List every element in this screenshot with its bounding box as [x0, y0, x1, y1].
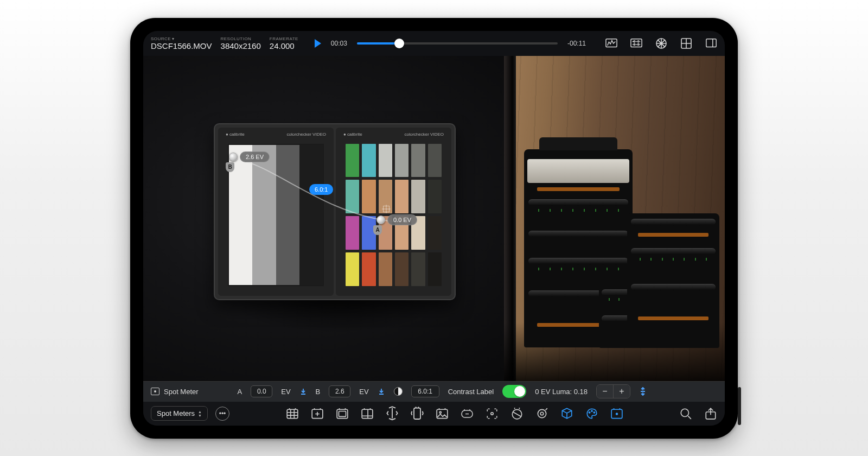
- spot-meter-icon: [151, 388, 159, 395]
- spot-b-value[interactable]: 2.6: [329, 385, 350, 397]
- rotate-icon[interactable]: [411, 408, 424, 420]
- cc-prod-suf-r: VIDEO: [429, 132, 444, 137]
- marker-b-ev-badge: 2.6 EV: [240, 151, 270, 162]
- luma-increment-button[interactable]: +: [614, 385, 630, 398]
- lut-cube-icon[interactable]: [560, 408, 573, 420]
- svg-rect-0: [606, 39, 617, 47]
- cc-prod-suf-l: VIDEO: [311, 132, 326, 137]
- play-button[interactable]: [315, 39, 321, 48]
- svg-point-23: [591, 410, 592, 411]
- resolution-meta: RESOLUTION 3840x2160: [221, 36, 261, 50]
- svg-point-5: [637, 44, 639, 46]
- contrast-label-toggle[interactable]: [502, 385, 526, 398]
- svg-point-20: [538, 409, 546, 417]
- flip-vertical-icon[interactable]: [386, 408, 399, 420]
- mode-select-value: Spot Meters: [157, 409, 195, 417]
- chevron-down-icon: ▾: [172, 36, 174, 41]
- framerate-label: FRAMERATE: [270, 36, 298, 41]
- svg-rect-9: [287, 409, 298, 418]
- crosshair-icon: [383, 206, 390, 212]
- center-align-icon[interactable]: [639, 388, 647, 395]
- device-frame: SOURCE▾ DSCF1566.MOV RESOLUTION 3840x216…: [130, 18, 738, 439]
- focus-assist-icon[interactable]: [486, 408, 499, 420]
- svg-rect-15: [437, 409, 448, 418]
- marker-b-pin[interactable]: [229, 153, 238, 161]
- marker-b-label: B: [226, 162, 234, 172]
- mode-select[interactable]: Spot Meters ▲▼: [151, 406, 208, 421]
- timeline-scrubber[interactable]: [357, 38, 558, 49]
- spot-a-value[interactable]: 0.0: [251, 385, 272, 397]
- svg-point-21: [540, 412, 543, 415]
- svg-rect-13: [362, 409, 373, 418]
- lens-medium: [627, 213, 719, 348]
- histogram-icon[interactable]: [605, 37, 617, 49]
- spot-b-label: B: [316, 388, 321, 396]
- safe-area-icon[interactable]: [336, 408, 349, 420]
- source-meta[interactable]: SOURCE▾ DSCF1566.MOV: [151, 36, 212, 50]
- time-elapsed: 00:03: [331, 40, 347, 47]
- add-marker-icon[interactable]: [311, 408, 324, 420]
- color-checker: ● calibrite colorchecker VIDEO ● calibri…: [214, 123, 456, 300]
- cc-brand-left: calibrite: [229, 132, 245, 137]
- contrast-ratio-value[interactable]: 6.0:1: [411, 385, 439, 397]
- luma-readout: 0 EV Luma: 0.18: [535, 388, 588, 396]
- resolution-value: 3840x2160: [221, 41, 261, 50]
- spot-a-ev-label: EV: [281, 388, 290, 396]
- spot-meter-target-icon[interactable]: [610, 408, 623, 420]
- svg-point-27: [681, 409, 688, 416]
- select-chevrons-icon: ▲▼: [198, 410, 202, 417]
- link-icon[interactable]: [461, 408, 474, 420]
- download-a-icon[interactable]: [299, 388, 307, 395]
- time-remaining: -00:11: [567, 40, 586, 47]
- spot-b-ev-label: EV: [359, 388, 368, 396]
- image-overlay-icon[interactable]: [436, 408, 449, 420]
- luma-stepper: − +: [596, 384, 630, 398]
- false-color-icon[interactable]: [510, 408, 524, 420]
- resolution-label: RESOLUTION: [221, 36, 261, 41]
- exposure-icon[interactable]: [535, 408, 548, 420]
- marker-a[interactable]: 0.0 EV: [376, 214, 417, 225]
- grid-icon[interactable]: [680, 37, 692, 49]
- framerate-meta: FRAMERATE 24.000: [270, 36, 298, 50]
- scrubber-knob[interactable]: [394, 39, 404, 48]
- cc-brand-right: calibrite: [347, 132, 362, 137]
- download-b-icon[interactable]: [378, 388, 385, 395]
- svg-point-24: [593, 411, 595, 413]
- luma-decrement-button[interactable]: −: [597, 385, 613, 398]
- svg-rect-12: [339, 411, 346, 416]
- spot-a-label: A: [238, 388, 242, 396]
- color-wheel-icon[interactable]: [655, 37, 667, 49]
- sidebar-toggle-icon[interactable]: [705, 37, 717, 49]
- marker-b[interactable]: 2.6 EV: [229, 151, 270, 162]
- aspect-overlay-icon[interactable]: [361, 408, 374, 420]
- source-label: SOURCE: [151, 36, 171, 41]
- adjustments-icon[interactable]: [630, 37, 642, 49]
- framerate-value: 24.000: [270, 41, 298, 50]
- svg-point-18: [490, 412, 493, 414]
- export-icon[interactable]: [704, 408, 717, 420]
- marker-a-pin[interactable]: [376, 216, 385, 224]
- grid-overlay-icon[interactable]: [286, 408, 299, 420]
- tool-row: [237, 408, 672, 420]
- cc-prod-pre-l: color: [287, 132, 296, 137]
- app-screen: SOURCE▾ DSCF1566.MOV RESOLUTION 3840x216…: [143, 31, 725, 426]
- cc-prod-bold-r: checker: [414, 132, 429, 137]
- search-icon[interactable]: [679, 408, 692, 420]
- contrast-icon: [394, 387, 403, 396]
- marker-a-ev-badge: 0.0 EV: [387, 214, 417, 225]
- more-options-button[interactable]: •••: [215, 407, 229, 421]
- color-palette-icon[interactable]: [585, 408, 598, 420]
- cc-prod-bold-l: checker: [296, 132, 311, 137]
- top-bar: SOURCE▾ DSCF1566.MOV RESOLUTION 3840x216…: [143, 31, 725, 56]
- svg-point-16: [439, 411, 441, 413]
- source-filename: DSCF1566.MOV: [151, 41, 212, 50]
- svg-point-4: [634, 44, 635, 46]
- video-viewport[interactable]: ● calibrite colorchecker VIDEO ● calibri…: [143, 56, 725, 381]
- svg-rect-14: [414, 408, 420, 419]
- cc-prod-pre-r: color: [405, 132, 414, 137]
- svg-rect-1: [631, 39, 642, 47]
- scrubber-track: [357, 42, 558, 45]
- contrast-label-text: Contrast Label: [448, 388, 494, 396]
- svg-rect-8: [706, 39, 716, 47]
- spot-meter-title: Spot Meter: [164, 388, 199, 396]
